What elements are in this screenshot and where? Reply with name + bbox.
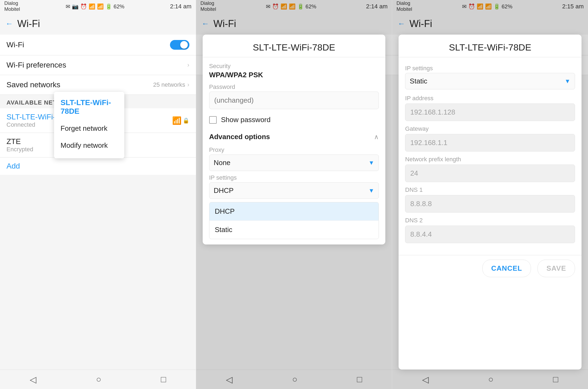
page-title-1: Wi-Fi — [17, 18, 40, 29]
show-password-row: Show password — [209, 116, 379, 124]
ip-settings-label-3: IP settings — [405, 65, 575, 72]
status-icons-1: ✉ 📷 ⏰ 📶 📶 🔋 62% — [66, 3, 125, 10]
static-ip-dialog: SLT-LTE-WiFi-78DE IP settings Static ▼ I… — [399, 35, 582, 370]
back-button-1[interactable]: ← — [5, 19, 13, 28]
gateway-value[interactable]: 192.168.1.1 — [405, 134, 575, 152]
wifi-status-icon: 📶 — [89, 3, 95, 10]
ip-settings-dropdown-3[interactable]: Static ▼ — [405, 73, 575, 89]
ip-settings-dropdown-arrow: ▼ — [369, 187, 375, 194]
status-bar-1: DialogMobitel ✉ 📷 ⏰ 📶 📶 🔋 62% 2:14 am — [0, 0, 196, 13]
password-input[interactable] — [209, 92, 379, 109]
dialog-actions: CANCEL SAVE — [399, 255, 582, 284]
dns2-group: DNS 2 8.8.4.4 — [405, 217, 575, 243]
dhcp-option[interactable]: DHCP — [209, 202, 379, 221]
back-nav-1[interactable]: ◁ — [30, 374, 36, 385]
header-1: ← Wi-Fi — [0, 13, 196, 35]
dns2-label: DNS 2 — [405, 217, 575, 224]
signal-icon: 📶 — [97, 3, 104, 10]
alarm-icon: ⏰ — [80, 3, 87, 10]
prefix-length-label: Network prefix length — [405, 156, 575, 163]
network-name-zte: ZTE — [6, 137, 33, 146]
saved-networks-label: Saved networks — [6, 81, 60, 89]
ip-settings-dropdown-arrow-3: ▼ — [564, 78, 570, 85]
add-network-link[interactable]: Add — [0, 157, 196, 175]
panel-static-ip: DialogMobitel ✉ ⏰ 📶 📶 🔋 62% 2:15 am ← Wi… — [392, 0, 588, 389]
advanced-options-toggle[interactable]: Advanced options ∧ — [209, 129, 379, 144]
show-password-checkbox[interactable] — [209, 116, 217, 124]
add-network-text: Add — [6, 162, 20, 170]
static-option[interactable]: Static — [209, 221, 379, 239]
wifi-label: Wi-Fi — [6, 41, 24, 49]
dns2-value[interactable]: 8.8.4.4 — [405, 226, 575, 243]
ip-settings-dropdown[interactable]: DHCP ▼ — [209, 182, 379, 199]
battery-icon: 🔋 62% — [105, 3, 125, 10]
dialog-title-3: SLT-LTE-WiFi-78DE — [399, 35, 582, 57]
home-nav-1[interactable]: ○ — [96, 374, 101, 384]
gateway-label: Gateway — [405, 125, 575, 132]
lock-icon: 🔒 — [183, 117, 189, 124]
ip-settings-value: DHCP — [214, 186, 234, 195]
time-1: 2:14 am — [170, 3, 192, 10]
security-value: WPA/WPA2 PSK — [209, 71, 379, 79]
ip-settings-label: IP settings — [209, 174, 379, 181]
ip-address-value[interactable]: 192.168.1.128 — [405, 103, 575, 121]
prefix-length-group: Network prefix length 24 — [405, 156, 575, 182]
wifi-connected-icon: 📶 — [172, 116, 182, 125]
proxy-value: None — [214, 159, 230, 167]
show-password-label: Show password — [221, 116, 271, 124]
camera-icon: 📷 — [72, 3, 79, 10]
recents-nav-1[interactable]: □ — [161, 374, 166, 384]
chevron-preferences: › — [187, 62, 189, 69]
dns1-value[interactable]: 8.8.8.8 — [405, 195, 575, 213]
network-sub-zte: Encrypted — [6, 146, 33, 153]
chevron-up-icon: ∧ — [374, 133, 379, 141]
dns1-label: DNS 1 — [405, 186, 575, 193]
save-button[interactable]: SAVE — [537, 260, 575, 277]
dialog-body: Security WPA/WPA2 PSK Password Show pass… — [203, 57, 386, 244]
saved-networks-count: 25 networks — [153, 81, 185, 88]
proxy-dropdown-arrow: ▼ — [369, 159, 375, 166]
chevron-saved: › — [187, 81, 189, 88]
ip-settings-static-value: Static — [410, 77, 427, 85]
ip-address-group: IP address 192.168.1.128 — [405, 95, 575, 121]
carrier-1: DialogMobitel — [4, 1, 20, 12]
wifi-dialog: SLT-LTE-WiFi-78DE Security WPA/WPA2 PSK … — [203, 35, 386, 244]
ip-address-label: IP address — [405, 95, 575, 102]
panel-wifi-main: DialogMobitel ✉ 📷 ⏰ 📶 📶 🔋 62% 2:14 am ← … — [0, 0, 196, 389]
dns1-group: DNS 1 8.8.8.8 — [405, 186, 575, 213]
wifi-toggle[interactable] — [170, 40, 189, 50]
security-label: Security — [209, 63, 379, 70]
password-label: Password — [209, 83, 379, 90]
proxy-label: Proxy — [209, 146, 379, 153]
wifi-preferences-label: Wi-Fi preferences — [6, 61, 66, 69]
ip-settings-dropdown-menu: DHCP Static — [209, 202, 379, 239]
wifi-preferences-row[interactable]: Wi-Fi preferences › — [0, 55, 196, 75]
modify-network-option[interactable]: Modify network — [54, 137, 124, 154]
proxy-dropdown[interactable]: None ▼ — [209, 155, 379, 171]
forget-network-option[interactable]: Forget network — [54, 120, 124, 137]
dialog-title: SLT-LTE-WiFi-78DE — [203, 35, 386, 57]
wifi-toggle-row: Wi-Fi — [0, 35, 196, 55]
cancel-button[interactable]: CANCEL — [482, 260, 531, 277]
context-menu: SLT-LTE-WiFi-78DE Forget network Modify … — [54, 92, 124, 158]
prefix-length-value[interactable]: 24 — [405, 165, 575, 182]
panel-wifi-dialog: DialogMobitel ✉ ⏰ 📶 📶 🔋 62% 2:14 am ← Wi… — [196, 0, 392, 389]
nav-bar-1: ◁ ○ □ — [0, 370, 196, 389]
mail-icon: ✉ — [66, 3, 70, 10]
dialog-body-3: IP settings Static ▼ IP address 192.168.… — [399, 57, 582, 253]
advanced-title: Advanced options — [209, 133, 270, 141]
context-menu-title: SLT-LTE-WiFi-78DE — [54, 96, 124, 120]
gateway-group: Gateway 192.168.1.1 — [405, 125, 575, 152]
